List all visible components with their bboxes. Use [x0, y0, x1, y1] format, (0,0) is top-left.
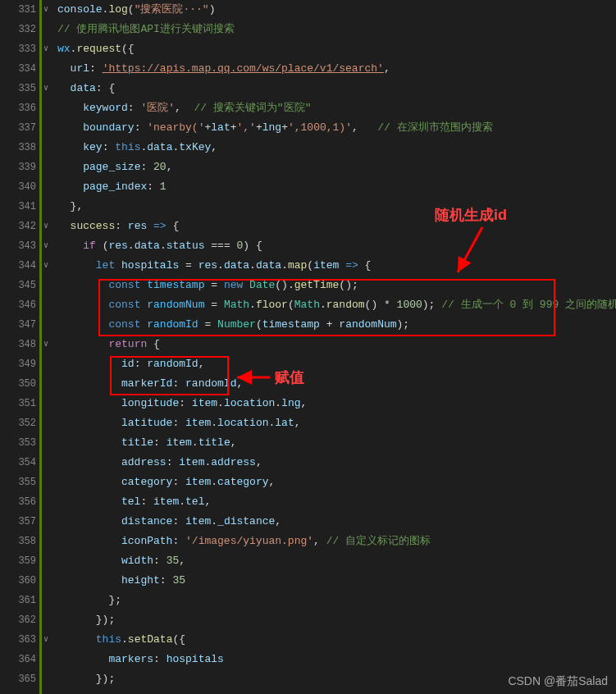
line-number: 354 — [0, 453, 36, 473]
code-line[interactable]: boundary: 'nearby('+lat+','+lng+',1000,1… — [57, 118, 616, 138]
line-number: 338 — [0, 138, 36, 158]
fold-gutter: ∨ ∨ ∨ ∨ ∨ ∨ ∨ ∨ — [39, 0, 54, 694]
annotation-label-assign: 赋值 — [275, 368, 304, 387]
line-number-gutter: 3313323333343353363373383393403413423433… — [0, 0, 39, 694]
code-line[interactable]: distance: item._distance, — [57, 512, 616, 532]
code-line[interactable]: keyword: '医院', // 搜索关键词为"医院" — [57, 98, 616, 118]
line-number: 363 — [0, 630, 36, 650]
line-number: 350 — [0, 374, 36, 394]
fold-icon[interactable]: ∨ — [41, 84, 51, 94]
code-line[interactable]: markers: hospitals — [57, 650, 616, 669]
code-editor[interactable]: 3313323333343353363373383393403413423433… — [0, 0, 616, 694]
code-line[interactable]: wx.request({ — [57, 39, 616, 59]
fold-icon[interactable]: ∨ — [41, 5, 51, 15]
watermark: CSDN @番茄Salad — [508, 674, 608, 689]
line-number: 358 — [0, 532, 36, 551]
code-line[interactable]: markerId: randomId, — [57, 374, 616, 394]
annotation-label-random-id: 随机生成id — [435, 205, 507, 225]
line-number: 348 — [0, 335, 36, 354]
code-area[interactable]: console.log("搜索医院···") // 使用腾讯地图API进行关键词… — [54, 0, 616, 694]
line-number: 339 — [0, 158, 36, 177]
fold-icon[interactable]: ∨ — [41, 221, 51, 231]
line-number: 342 — [0, 217, 36, 236]
code-line[interactable]: }; — [57, 591, 616, 610]
code-line[interactable]: }, — [57, 197, 616, 217]
code-line[interactable]: page_size: 20, — [57, 158, 616, 177]
line-number: 365 — [0, 669, 36, 689]
code-line[interactable]: url: 'https://apis.map.qq.com/ws/place/v… — [57, 59, 616, 79]
line-number: 352 — [0, 413, 36, 433]
code-line[interactable]: title: item.title, — [57, 433, 616, 453]
line-number: 345 — [0, 276, 36, 295]
code-line[interactable]: category: item.category, — [57, 473, 616, 492]
code-line[interactable]: const timestamp = new Date().getTime(); — [57, 276, 616, 295]
line-number: 337 — [0, 118, 36, 138]
line-number: 332 — [0, 20, 36, 39]
fold-icon[interactable]: ∨ — [41, 44, 51, 54]
line-number: 333 — [0, 39, 36, 59]
line-number: 359 — [0, 551, 36, 571]
line-number: 356 — [0, 492, 36, 512]
fold-icon[interactable]: ∨ — [41, 635, 51, 645]
code-line[interactable]: success: res => { — [57, 217, 616, 236]
code-line[interactable]: const randomNum = Math.floor(Math.random… — [57, 295, 616, 315]
line-number: 355 — [0, 473, 36, 492]
code-line[interactable]: }); — [57, 610, 616, 630]
code-line[interactable]: tel: item.tel, — [57, 492, 616, 512]
code-line[interactable]: width: 35, — [57, 551, 616, 571]
line-number: 362 — [0, 610, 36, 630]
line-number: 336 — [0, 98, 36, 118]
line-number: 346 — [0, 295, 36, 315]
fold-icon[interactable]: ∨ — [41, 340, 51, 349]
code-line[interactable]: page_index: 1 — [57, 177, 616, 197]
fold-icon[interactable]: ∨ — [41, 241, 51, 251]
line-number: 334 — [0, 59, 36, 79]
line-number: 343 — [0, 236, 36, 256]
line-number: 357 — [0, 512, 36, 532]
code-line[interactable]: longitude: item.location.lng, — [57, 394, 616, 413]
code-line[interactable]: height: 35 — [57, 571, 616, 591]
code-line[interactable]: let hospitals = res.data.data.map(item =… — [57, 256, 616, 276]
code-line[interactable]: id: randomId, — [57, 354, 616, 374]
code-line[interactable]: if (res.data.status === 0) { — [57, 236, 616, 256]
code-line[interactable]: const randomId = Number(timestamp + rand… — [57, 315, 616, 335]
code-line[interactable]: // 使用腾讯地图API进行关键词搜索 — [57, 20, 616, 39]
line-number: 349 — [0, 354, 36, 374]
code-line[interactable]: key: this.data.txKey, — [57, 138, 616, 158]
line-number: 360 — [0, 571, 36, 591]
line-number: 364 — [0, 650, 36, 669]
line-number: 344 — [0, 256, 36, 276]
code-line[interactable]: data: { — [57, 79, 616, 98]
line-number: 347 — [0, 315, 36, 335]
fold-icon[interactable]: ∨ — [41, 261, 51, 271]
line-number: 331 — [0, 0, 36, 20]
code-line[interactable]: address: item.address, — [57, 453, 616, 473]
code-line[interactable]: latitude: item.location.lat, — [57, 413, 616, 433]
code-line[interactable]: console.log("搜索医院···") — [57, 0, 616, 20]
line-number: 341 — [0, 197, 36, 217]
code-line[interactable]: return { — [57, 335, 616, 354]
code-line[interactable]: this.setData({ — [57, 630, 616, 650]
line-number: 353 — [0, 433, 36, 453]
line-number: 351 — [0, 394, 36, 413]
line-number: 335 — [0, 79, 36, 98]
line-number: 340 — [0, 177, 36, 197]
line-number: 361 — [0, 591, 36, 610]
code-line[interactable]: iconPath: '/images/yiyuan.png', // 自定义标记… — [57, 532, 616, 551]
